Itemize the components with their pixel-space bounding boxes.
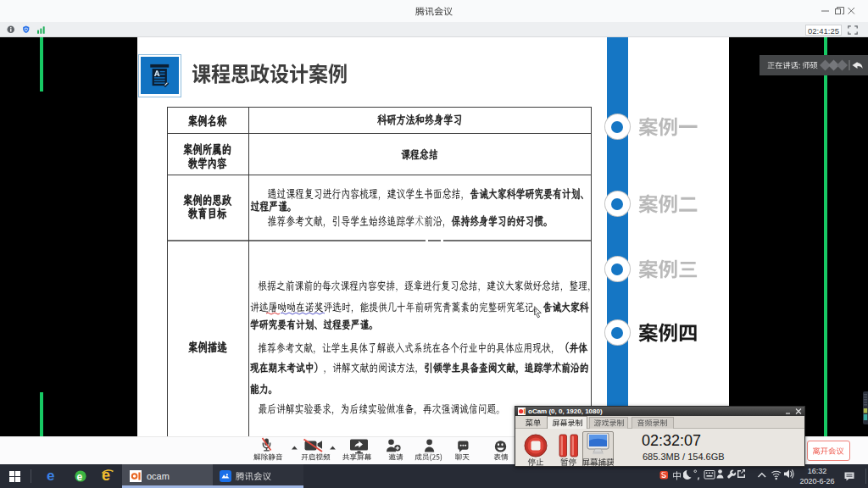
svg-text:e: e: [47, 469, 54, 483]
svg-text:e: e: [77, 471, 83, 483]
